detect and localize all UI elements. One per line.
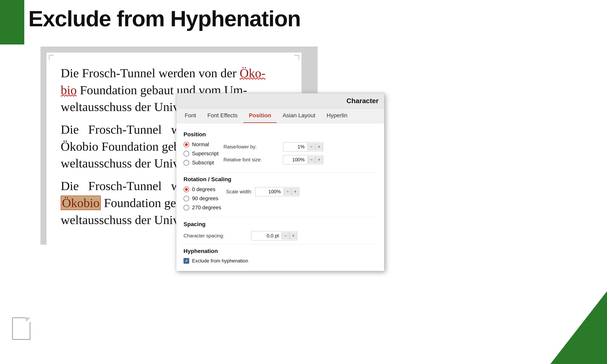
relative-font-input[interactable]: [283, 155, 307, 164]
scale-col: Scale width: − +: [226, 187, 377, 196]
scale-spinbox[interactable]: − +: [255, 187, 299, 196]
raise-lower-spinbox[interactable]: − +: [283, 142, 323, 152]
character-spacing-spinbox[interactable]: − +: [251, 231, 297, 240]
radio-item-270deg[interactable]: 270 degrees: [184, 205, 221, 211]
tab-asian-layout[interactable]: Asian Layout: [277, 109, 321, 123]
raise-lower-increment[interactable]: +: [315, 143, 323, 151]
radio-item-subscript[interactable]: Subscript: [184, 159, 219, 166]
corner-mark-tr: [294, 55, 299, 60]
word-oko: Öko-: [240, 66, 265, 80]
word-okobio-highlighted: Ökobio: [61, 195, 101, 210]
radio-item-0deg[interactable]: 0 degrees: [184, 186, 221, 193]
lo-logo-page: [12, 317, 30, 340]
character-spacing-label: Character spacing:: [184, 233, 248, 239]
scale-increment[interactable]: +: [291, 188, 299, 195]
radio-270deg[interactable]: [184, 205, 189, 210]
scale-decrement[interactable]: −: [284, 188, 291, 195]
radio-superscript[interactable]: [184, 151, 189, 156]
radio-item-superscript[interactable]: Superscript: [184, 150, 219, 157]
dialog-body: Position Normal Superscript: [176, 123, 384, 271]
corner-decoration-top-left: [0, 0, 24, 44]
spacing-section-heading: Spacing: [184, 221, 377, 228]
raise-lower-row: Raise/lower by: − +: [224, 142, 377, 152]
relative-font-label: Relative font size:: [224, 157, 280, 163]
radio-90deg[interactable]: [184, 196, 189, 201]
character-spacing-decrement[interactable]: −: [282, 232, 289, 240]
position-radio-group: Normal Superscript Subscript: [184, 141, 219, 166]
exclude-hyphenation-row[interactable]: Exclude from hyphenation: [184, 258, 377, 264]
position-section-heading: Position: [184, 131, 377, 138]
scale-label: Scale width:: [226, 189, 252, 195]
character-spacing-increment[interactable]: +: [289, 232, 297, 240]
dialog-title: Character: [346, 97, 379, 104]
position-radio-col: Normal Superscript Subscript: [184, 141, 219, 169]
character-dialog: Character Font Font Effects Position Asi…: [176, 93, 384, 271]
relative-font-spinbox[interactable]: − +: [283, 155, 323, 164]
raise-lower-label: Raise/lower by:: [224, 144, 280, 150]
radio-item-90deg[interactable]: 90 degrees: [184, 195, 221, 202]
word-bio: bio: [61, 83, 77, 97]
spacing-row: Character spacing: − +: [184, 231, 377, 240]
radio-item-normal[interactable]: Normal: [184, 141, 219, 148]
scale-input[interactable]: [255, 187, 284, 196]
divider-2: [184, 217, 377, 217]
position-layout: Normal Superscript Subscript: [184, 141, 377, 169]
radio-270deg-label: 270 degrees: [192, 205, 221, 211]
radio-normal-label: Normal: [192, 141, 209, 148]
divider-3: [184, 244, 377, 244]
corner-mark-tl: [49, 55, 54, 60]
relative-font-increment[interactable]: +: [315, 156, 323, 164]
rotation-section-heading: Rotation / Scaling: [184, 176, 377, 182]
raise-lower-input[interactable]: [283, 142, 307, 151]
radio-subscript-label: Subscript: [192, 159, 214, 166]
position-spinbox-col: Raise/lower by: − + Relative font size: …: [224, 142, 377, 164]
radio-subscript[interactable]: [184, 160, 189, 166]
divider-1: [184, 172, 377, 172]
exclude-hyphenation-checkbox[interactable]: [184, 258, 189, 264]
dialog-tabs: Font Font Effects Position Asian Layout …: [176, 109, 384, 123]
exclude-hyphenation-label: Exclude from hyphenation: [192, 258, 248, 264]
rotation-radio-col: 0 degrees 90 degrees 270 degrees: [184, 186, 221, 214]
radio-superscript-label: Superscript: [192, 150, 219, 157]
relative-font-row: Relative font size: − +: [224, 155, 377, 164]
hyphenation-section-heading: Hyphenation: [184, 248, 377, 254]
radio-90deg-label: 90 degrees: [192, 195, 218, 202]
libreoffice-logo: [12, 317, 36, 348]
raise-lower-decrement[interactable]: −: [307, 143, 315, 151]
radio-0deg[interactable]: [184, 187, 189, 192]
page-title: Exclude from Hyphenation: [28, 6, 301, 31]
tab-position[interactable]: Position: [243, 109, 277, 123]
radio-normal[interactable]: [184, 142, 189, 147]
tab-hyperlink[interactable]: Hyperlin: [321, 109, 353, 123]
dialog-titlebar: Character: [176, 93, 384, 109]
radio-0deg-label: 0 degrees: [192, 186, 215, 193]
corner-decoration-bottom-right: [550, 291, 607, 364]
rotation-layout: 0 degrees 90 degrees 270 degrees Scale w…: [184, 186, 377, 214]
relative-font-decrement[interactable]: −: [307, 156, 315, 164]
tab-font-effects[interactable]: Font Effects: [202, 109, 243, 123]
character-spacing-input[interactable]: [251, 231, 282, 240]
rotation-radio-group: 0 degrees 90 degrees 270 degrees: [184, 186, 221, 211]
tab-font[interactable]: Font: [179, 109, 202, 123]
